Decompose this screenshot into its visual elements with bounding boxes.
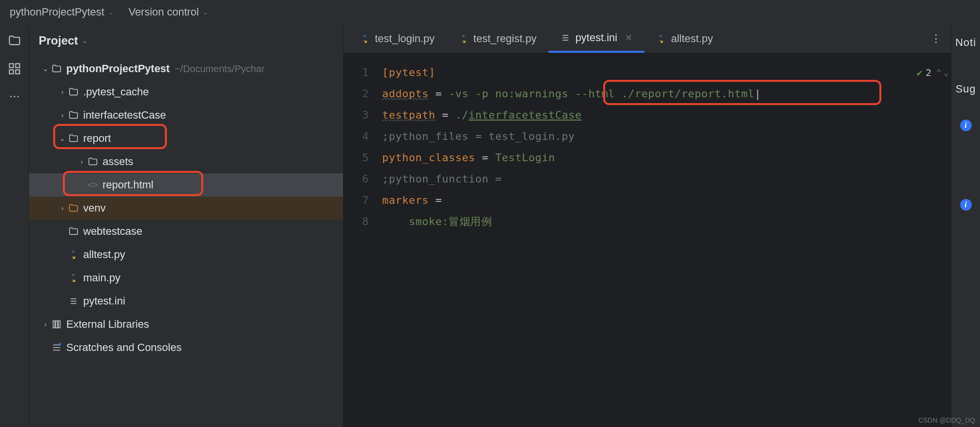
main-layout: ⋯ Project ⌄ ⌄ pythonProjectPytest ~/Docu… (0, 24, 980, 427)
highlight-html-arg (603, 80, 881, 105)
tree-root[interactable]: ⌄ pythonProjectPytest ~/Documents/Pychar (29, 57, 343, 80)
chevron-right-icon: › (58, 204, 67, 212)
tab-test-login[interactable]: test_login.py (348, 24, 447, 53)
line-number: 5 (343, 147, 369, 168)
tree-node-webtestcase[interactable]: webtestcase (29, 220, 343, 243)
problems-badge[interactable]: ✔ 2 (917, 62, 932, 83)
line-number: 8 (343, 211, 369, 232)
close-icon[interactable]: ✕ (625, 32, 632, 43)
folder-icon (86, 156, 100, 167)
tab-menu-icon[interactable]: ⋮ (931, 32, 941, 45)
tree-node-interfacetestcase[interactable]: › interfacetestCase (29, 104, 343, 127)
tab-label: pytest.ini (575, 31, 617, 44)
vcs-menu[interactable]: Version control ⌄ (129, 6, 209, 18)
tab-label: test_login.py (375, 32, 435, 45)
line-number: 6 (343, 168, 369, 190)
more-icon[interactable]: ⋯ (8, 90, 21, 104)
code-content[interactable]: ✔ 2 ⌃ ⌄ [pytest] addopts = -vs -p no:war… (377, 53, 951, 427)
project-selector[interactable]: pythonProjectPytest ⌄ (10, 6, 114, 18)
chevron-down-icon: ⌄ (108, 8, 114, 16)
project-title: Project (39, 34, 78, 47)
tree-node-external-libs[interactable]: › External Libraries (29, 313, 343, 336)
problems-count: 2 (925, 62, 932, 83)
code-line: python_classes = TestLogin (382, 147, 946, 168)
tree-node-main[interactable]: main.py (29, 266, 343, 290)
project-header[interactable]: Project ⌄ (29, 24, 343, 55)
tree-node-pytest-ini[interactable]: pytest.ini (29, 290, 343, 313)
line-number: 4 (343, 126, 369, 147)
tree-node-venv[interactable]: › venv (29, 197, 343, 220)
python-file-icon (67, 273, 80, 283)
tree-node-label: main.py (83, 272, 120, 284)
tree-node-label: venv (83, 202, 105, 214)
svg-rect-7 (53, 321, 55, 328)
folder-icon (50, 63, 63, 74)
tree-node-alltest[interactable]: alltest.py (29, 243, 343, 266)
code-line: ;python_files = test_login.py (382, 126, 946, 147)
svg-rect-9 (59, 321, 60, 328)
tree-node-pytest-cache[interactable]: › .pytest_cache (29, 80, 343, 104)
svg-rect-8 (56, 321, 58, 328)
tree-node-label: pytest.ini (83, 295, 125, 307)
tab-alltest[interactable]: alltest.py (644, 24, 725, 53)
folder-icon (67, 203, 80, 214)
tree-node-label: External Libraries (66, 318, 149, 331)
line-number: 1 (343, 62, 369, 83)
python-file-icon (459, 34, 469, 44)
ini-file-icon (561, 33, 570, 43)
line-number: 3 (343, 105, 369, 126)
library-icon (50, 319, 63, 330)
python-file-icon (67, 250, 80, 259)
info-icon[interactable]: i (960, 120, 972, 131)
folder-icon[interactable] (8, 34, 21, 47)
tab-label: test_regist.py (474, 32, 537, 45)
code-line: smoke:冒烟用例 (382, 211, 946, 232)
tool-window-bar-right: Noti Sug i i (951, 24, 980, 427)
ini-file-icon (67, 296, 80, 306)
editor-tabs: test_login.py test_regist.py pytest.ini … (343, 24, 951, 53)
tab-test-regist[interactable]: test_regist.py (447, 24, 549, 53)
folder-icon (67, 110, 80, 121)
check-icon: ✔ (917, 62, 923, 83)
tree-node-label: assets (103, 155, 134, 168)
tree-node-label: .pytest_cache (83, 86, 149, 98)
svg-rect-3 (15, 70, 19, 74)
code-line: markers = (382, 190, 946, 211)
chevron-right-icon: › (58, 111, 67, 119)
highlight-report-html (63, 171, 203, 196)
tree-node-assets[interactable]: › assets (29, 150, 343, 173)
prev-problem-icon[interactable]: ⌃ (936, 62, 941, 83)
tree-node-label: alltest.py (83, 248, 125, 261)
code-editor[interactable]: 1 2 3 4 5 6 7 8 ✔ 2 ⌃ ⌄ [pytest] addo (343, 53, 951, 427)
chevron-right-icon: › (77, 158, 86, 166)
tree-node-label: pythonProjectPytest (66, 62, 170, 75)
chevron-right-icon: › (58, 88, 67, 96)
next-problem-icon[interactable]: ⌄ (944, 62, 949, 83)
project-tool-window: Project ⌄ ⌄ pythonProjectPytest ~/Docume… (29, 24, 343, 427)
top-bar: pythonProjectPytest ⌄ Version control ⌄ (0, 0, 980, 24)
line-number: 7 (343, 190, 369, 211)
tab-pytest-ini[interactable]: pytest.ini ✕ (549, 24, 644, 53)
svg-point-13 (59, 343, 61, 346)
vcs-label: Version control (129, 6, 199, 18)
code-line: ;python_function = (382, 168, 946, 190)
line-gutter: 1 2 3 4 5 6 7 8 (343, 53, 377, 427)
chevron-down-icon: ⌄ (82, 37, 88, 45)
svg-rect-1 (15, 64, 19, 68)
scratches-icon (50, 342, 63, 353)
project-name-label: pythonProjectPytest (10, 6, 104, 18)
suggestions-label[interactable]: Sug (955, 83, 976, 95)
svg-rect-0 (9, 64, 13, 68)
structure-icon[interactable] (8, 62, 21, 76)
watermark: CSDN @DDQ_DQ (918, 416, 975, 424)
python-file-icon (656, 34, 666, 44)
info-icon[interactable]: i (960, 199, 972, 211)
tree-path-hint: ~/Documents/Pychar (175, 63, 265, 75)
notifications-label[interactable]: Noti (955, 36, 976, 49)
code-line: testpath = ./interfacetestCase (382, 105, 946, 126)
tree-node-scratches[interactable]: Scratches and Consoles (29, 336, 343, 359)
svg-rect-2 (9, 70, 13, 74)
python-file-icon (360, 34, 370, 44)
folder-icon (67, 226, 80, 237)
chevron-down-icon: ⌄ (203, 8, 208, 16)
